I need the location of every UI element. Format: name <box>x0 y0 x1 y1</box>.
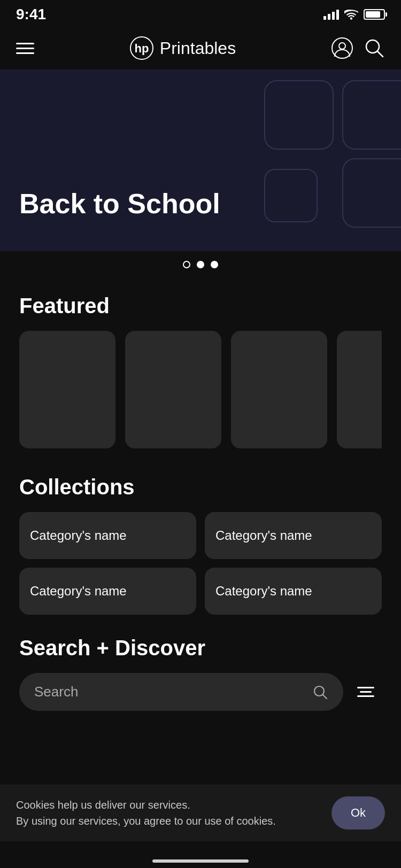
header-actions <box>331 37 385 59</box>
status-time: 9:41 <box>16 6 46 23</box>
list-view-icon[interactable] <box>350 676 382 708</box>
user-icon[interactable] <box>331 37 353 59</box>
featured-title: Featured <box>19 294 382 318</box>
wifi-icon <box>344 9 358 20</box>
signal-bars-icon <box>323 9 339 20</box>
hero-bg-decoration <box>264 80 401 228</box>
hero-content: Back to School <box>19 189 220 219</box>
svg-line-7 <box>323 695 327 699</box>
search-bar-row: Search <box>19 673 382 711</box>
search-discover-section: Search + Discover Search <box>0 620 401 716</box>
collections-section: Collections Category's name Category's n… <box>0 459 401 620</box>
carousel-dot-2[interactable] <box>197 261 204 268</box>
carousel-dots <box>0 251 401 278</box>
battery-icon <box>364 9 385 20</box>
cookie-ok-button[interactable]: Ok <box>331 796 385 830</box>
carousel-dot-1[interactable] <box>183 261 190 268</box>
search-bar-icon <box>312 684 328 700</box>
search-placeholder: Search <box>34 684 305 700</box>
hero-banner: Back to School <box>0 69 401 251</box>
collections-title: Collections <box>19 475 382 499</box>
featured-section: Featured <box>0 278 401 459</box>
header: hp Printables <box>0 27 401 69</box>
collections-grid: Category's name Category's name Category… <box>19 512 382 615</box>
featured-card-2[interactable] <box>125 331 221 448</box>
featured-card-1[interactable] <box>19 331 115 448</box>
collection-card-2[interactable]: Category's name <box>205 512 382 559</box>
status-bar: 9:41 <box>0 0 401 27</box>
cookie-banner: Cookies help us deliver our services.By … <box>0 785 401 841</box>
header-title: Printables <box>160 38 236 58</box>
featured-card-3[interactable] <box>231 331 327 448</box>
hamburger-icon[interactable] <box>16 43 34 54</box>
header-center: hp Printables <box>130 36 236 60</box>
featured-scroll[interactable] <box>19 331 382 454</box>
search-icon[interactable] <box>364 37 385 59</box>
svg-line-5 <box>377 51 383 57</box>
home-indicator <box>152 859 249 863</box>
hp-logo-icon: hp <box>130 36 153 60</box>
svg-point-3 <box>339 43 345 49</box>
carousel-dot-3[interactable] <box>211 261 218 268</box>
hero-title: Back to School <box>19 189 220 219</box>
collection-card-1[interactable]: Category's name <box>19 512 196 559</box>
collection-card-4[interactable]: Category's name <box>205 568 382 615</box>
status-icons <box>323 9 385 20</box>
search-discover-title: Search + Discover <box>19 636 382 660</box>
search-input-wrapper[interactable]: Search <box>19 673 343 711</box>
cookie-text: Cookies help us deliver our services.By … <box>16 797 321 829</box>
featured-card-4[interactable] <box>337 331 382 448</box>
svg-text:hp: hp <box>134 42 149 55</box>
collection-card-3[interactable]: Category's name <box>19 568 196 615</box>
